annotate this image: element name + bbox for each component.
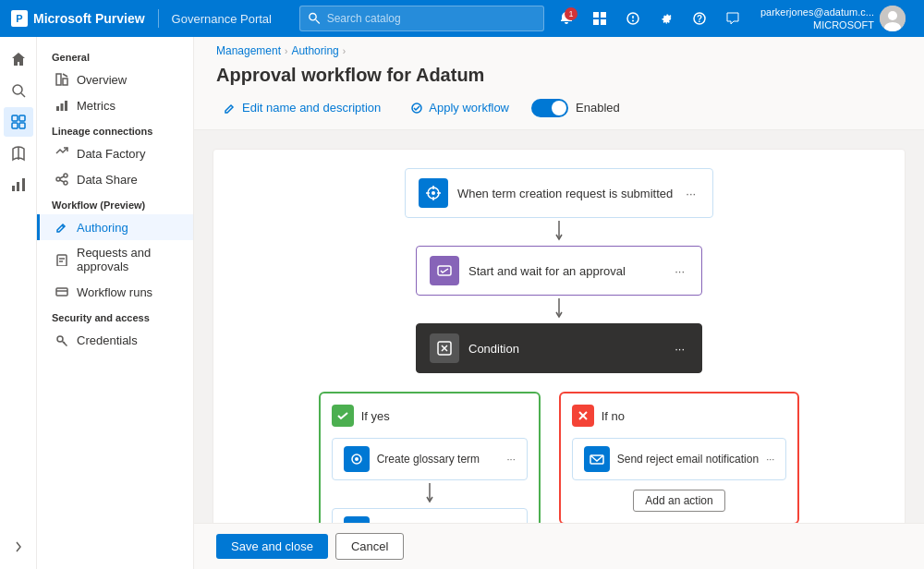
sidebar-icon-home[interactable] xyxy=(4,44,33,74)
svg-rect-25 xyxy=(63,79,67,85)
workflow-flow: When term creation request is submitted … xyxy=(232,168,886,523)
cancel-button[interactable]: Cancel xyxy=(335,533,404,560)
svg-rect-4 xyxy=(593,19,599,25)
search-input[interactable] xyxy=(327,12,536,25)
content-area: Management › Authoring › Approval workfl… xyxy=(194,37,924,569)
notification-badge: 1 xyxy=(565,7,578,20)
branch-yes-node-0[interactable]: Create glossary term ··· xyxy=(332,438,528,480)
approval-node[interactable]: Start and wait for an approval ··· xyxy=(416,246,702,296)
apply-workflow-button[interactable]: Apply workflow xyxy=(403,97,517,118)
svg-rect-5 xyxy=(601,19,606,25)
user-profile[interactable]: parkerjones@adatum.c... MICROSOFT xyxy=(753,6,913,32)
breadcrumb-sep-1: › xyxy=(285,46,287,56)
sidebar-item-metrics[interactable]: Metrics xyxy=(37,92,193,118)
general-section-title: General xyxy=(37,44,193,67)
nav-icons: 1 ? parkerjones@adatum.c... MICROSOFT xyxy=(553,6,913,32)
settings-icon[interactable] xyxy=(653,6,679,31)
apps-icon[interactable] xyxy=(587,6,613,31)
sidebar-item-overview[interactable]: Overview xyxy=(37,67,193,92)
breadcrumb-management[interactable]: Management xyxy=(216,44,281,57)
portal-name: Governance Portal xyxy=(172,12,272,26)
svg-point-57 xyxy=(355,457,359,461)
breadcrumb: Management › Authoring › xyxy=(194,37,924,57)
logo-letter: P xyxy=(16,13,22,24)
security-section-title: Security and access xyxy=(37,305,193,327)
user-name-text: parkerjones@adatum.c... MICROSOFT xyxy=(760,6,874,32)
requests-label: Requests and approvals xyxy=(77,246,178,273)
svg-point-14 xyxy=(13,85,22,94)
condition-node-more[interactable]: ··· xyxy=(671,340,688,357)
feedback-icon[interactable] xyxy=(720,6,746,31)
purview-logo-icon: P xyxy=(11,10,28,27)
requests-icon xyxy=(55,252,69,267)
branch-no-add-action[interactable]: Add an action xyxy=(633,490,724,512)
svg-rect-21 xyxy=(12,186,15,191)
sidebar-item-data-share[interactable]: Data Share xyxy=(37,166,193,192)
branch-no-badge xyxy=(572,405,594,427)
trigger-node-more[interactable]: ··· xyxy=(682,185,699,202)
arrow-yes-1 xyxy=(424,480,435,508)
page-header: Approval workflow for Adatum xyxy=(194,57,924,97)
workflow-canvas-container[interactable]: When term creation request is submitted … xyxy=(194,130,924,523)
toolbar: Edit name and description Apply workflow… xyxy=(194,97,924,130)
bottom-bar: Save and close Cancel xyxy=(194,523,924,569)
search-bar[interactable] xyxy=(299,6,544,31)
edit-name-button[interactable]: Edit name and description xyxy=(216,97,388,118)
icon-sidebar xyxy=(0,37,37,569)
breadcrumb-sep-2: › xyxy=(343,46,346,56)
sidebar-item-authoring[interactable]: Authoring xyxy=(37,214,193,240)
sidebar-item-data-factory[interactable]: Data Factory xyxy=(37,140,193,166)
svg-point-45 xyxy=(432,191,435,195)
svg-rect-19 xyxy=(19,123,25,128)
branch-yes-badge xyxy=(332,405,354,427)
trigger-node[interactable]: When term creation request is submitted … xyxy=(405,168,713,218)
svg-rect-17 xyxy=(19,115,25,121)
sidebar-item-credentials[interactable]: Credentials xyxy=(37,327,193,353)
enabled-toggle[interactable] xyxy=(531,99,568,117)
sidebar-icon-search[interactable] xyxy=(4,76,33,105)
branch-no-title: If no xyxy=(602,409,625,423)
data-share-icon xyxy=(55,172,69,187)
svg-rect-2 xyxy=(593,12,599,18)
branch-yes-node-1[interactable]: Send email notification ··· xyxy=(332,508,528,523)
sidebar-icon-insights[interactable] xyxy=(4,170,33,200)
bell-icon[interactable] xyxy=(620,6,646,31)
branch-no-node-0-more[interactable]: ··· xyxy=(766,454,774,465)
help-icon[interactable]: ? xyxy=(687,6,712,31)
branch-no-node-0[interactable]: Send reject email notification ··· xyxy=(572,438,787,480)
sidebar-icon-expand[interactable] xyxy=(4,532,33,562)
svg-point-41 xyxy=(57,336,63,342)
save-close-button[interactable]: Save and close xyxy=(216,534,328,559)
toggle-label: Enabled xyxy=(576,101,620,115)
svg-line-15 xyxy=(21,93,25,97)
arrow-2 xyxy=(553,296,565,323)
workflow-section-title: Workflow (Preview) xyxy=(37,192,193,214)
edit-name-label: Edit name and description xyxy=(242,101,381,115)
svg-rect-24 xyxy=(56,74,61,85)
svg-rect-22 xyxy=(17,182,19,191)
svg-rect-18 xyxy=(12,123,18,128)
branch-no: If no Send reject email notification ··· xyxy=(559,392,800,523)
branch-yes-node-0-icon xyxy=(344,446,370,472)
svg-point-12 xyxy=(888,11,897,20)
branch-yes-node-0-more[interactable]: ··· xyxy=(507,454,516,465)
top-nav: P Microsoft Purview Governance Portal 1 … xyxy=(0,0,924,37)
authoring-label: Authoring xyxy=(77,221,128,235)
svg-rect-36 xyxy=(57,255,67,266)
notification-icon[interactable]: 1 xyxy=(553,6,579,31)
sidebar-icon-catalog[interactable] xyxy=(4,139,33,168)
trigger-node-label: When term creation request is submitted xyxy=(457,187,673,200)
left-sidebar: General Overview Metrics Lineage connect… xyxy=(37,37,194,569)
breadcrumb-authoring[interactable]: Authoring xyxy=(291,44,338,57)
svg-rect-28 xyxy=(61,103,64,111)
approval-node-more[interactable]: ··· xyxy=(671,262,688,280)
svg-line-33 xyxy=(60,176,64,178)
app-name: Microsoft Purview xyxy=(33,11,145,26)
credentials-label: Credentials xyxy=(77,333,138,347)
condition-node[interactable]: Condition ··· xyxy=(416,323,702,373)
sidebar-icon-governance[interactable] xyxy=(4,107,33,137)
branch-no-node-0-icon xyxy=(584,446,610,472)
sidebar-item-workflow-runs[interactable]: Workflow runs xyxy=(37,279,193,305)
sidebar-item-requests[interactable]: Requests and approvals xyxy=(37,240,193,279)
branch-no-header: If no xyxy=(572,405,625,427)
